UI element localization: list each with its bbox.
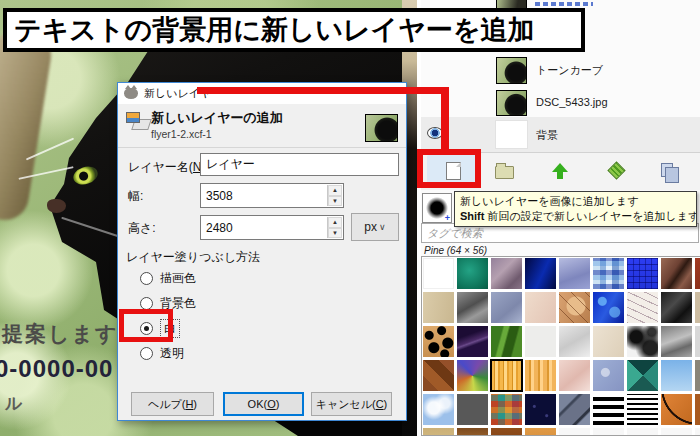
brush-preview[interactable]: + xyxy=(422,193,452,223)
layer-row-partial[interactable] xyxy=(421,0,700,8)
pattern-swatch[interactable] xyxy=(525,360,556,391)
layer-row-photo[interactable]: DSC_5433.jpg xyxy=(421,88,700,118)
unit-dropdown[interactable]: px ∨ xyxy=(351,213,399,241)
pattern-swatch xyxy=(559,428,590,436)
layer-row-background[interactable]: 背景 xyxy=(421,117,700,152)
spin-down-icon: ▼ xyxy=(328,228,342,239)
pattern-swatch xyxy=(661,428,692,436)
pattern-swatch[interactable] xyxy=(559,360,590,391)
pattern-grid xyxy=(421,256,700,436)
layers-toolbar xyxy=(421,152,700,190)
pattern-swatch[interactable] xyxy=(695,360,700,391)
visibility-eye-icon[interactable] xyxy=(427,127,443,139)
pattern-swatch[interactable] xyxy=(423,360,454,391)
pattern-swatch[interactable] xyxy=(423,428,454,436)
new-layer-group-icon[interactable] xyxy=(495,166,514,179)
pattern-swatch[interactable] xyxy=(695,326,700,357)
pattern-swatch[interactable] xyxy=(525,258,556,289)
pattern-swatch[interactable] xyxy=(661,326,692,357)
pattern-swatch[interactable] xyxy=(593,292,624,323)
fill-option-background[interactable]: 背景色 xyxy=(140,294,196,312)
radio-icon-selected[interactable] xyxy=(140,322,153,335)
dialog-titlebar[interactable]: 新しいレイヤー xyxy=(118,83,406,104)
pattern-swatch[interactable] xyxy=(491,258,522,289)
layer-thumbnail xyxy=(496,57,527,84)
width-spinner[interactable]: ▲▼ xyxy=(327,185,342,206)
pattern-swatch-selected[interactable] xyxy=(491,360,522,391)
new-layer-icon[interactable] xyxy=(446,162,461,180)
radio-icon[interactable] xyxy=(140,272,153,285)
pattern-swatch[interactable] xyxy=(525,394,556,425)
pattern-swatch[interactable] xyxy=(559,394,590,425)
dialog-header: 新しいレイヤーの追加 flyer1-2.xcf-1 xyxy=(118,104,406,148)
pattern-swatch[interactable] xyxy=(695,394,700,425)
layer-row-tonecurve[interactable]: トーンカーブ xyxy=(421,54,700,88)
pattern-swatch[interactable] xyxy=(627,258,658,289)
pattern-swatch[interactable] xyxy=(525,292,556,323)
pattern-swatch[interactable] xyxy=(457,258,488,289)
layer-thumbnail xyxy=(495,120,528,149)
radio-icon[interactable] xyxy=(140,347,153,360)
pattern-swatch[interactable] xyxy=(627,292,658,323)
pattern-swatch[interactable] xyxy=(593,326,624,357)
pattern-swatch[interactable] xyxy=(559,258,590,289)
height-input[interactable]: 2480 ▲▼ xyxy=(200,215,344,240)
pattern-swatch[interactable] xyxy=(559,292,590,323)
pattern-swatch[interactable] xyxy=(661,394,692,425)
fill-option-white[interactable]: 白 xyxy=(140,319,180,337)
pattern-swatch[interactable] xyxy=(661,360,692,391)
pattern-swatch[interactable] xyxy=(695,292,700,323)
layer-name-label: レイヤー名(N): xyxy=(128,159,209,176)
duplicate-layer-icon[interactable] xyxy=(661,163,673,177)
flyer-text-line3: ル xyxy=(5,392,22,415)
pattern-swatch[interactable] xyxy=(593,394,624,425)
pattern-swatch[interactable] xyxy=(627,360,658,391)
pattern-swatch[interactable] xyxy=(695,258,700,289)
pattern-swatch[interactable] xyxy=(627,394,658,425)
brush-plus-icon: + xyxy=(445,213,450,223)
raise-layer-icon[interactable] xyxy=(552,163,568,181)
pattern-swatch xyxy=(695,428,700,436)
pattern-swatch[interactable] xyxy=(423,394,454,425)
new-layer-tooltip: 新しいレイヤーを画像に追加します Shift 前回の設定で新しいレイヤーを追加し… xyxy=(454,191,697,227)
width-input[interactable]: 3508 ▲▼ xyxy=(200,183,344,208)
pattern-swatch[interactable] xyxy=(423,326,454,357)
layer-name-input[interactable]: レイヤー xyxy=(200,153,399,176)
anchor-layer-icon[interactable] xyxy=(607,161,625,179)
pattern-swatch[interactable] xyxy=(661,258,692,289)
pattern-swatch[interactable] xyxy=(457,326,488,357)
cancel-button[interactable]: キャンセル(C) xyxy=(311,392,392,416)
pattern-swatch xyxy=(627,428,658,436)
pattern-swatch[interactable] xyxy=(593,258,624,289)
tutorial-title: テキストの背景用に新しいレイヤーを追加 xyxy=(14,12,535,48)
pattern-swatch[interactable] xyxy=(627,326,658,357)
pattern-swatch xyxy=(593,428,624,436)
width-label: 幅: xyxy=(128,188,143,205)
pattern-swatch[interactable] xyxy=(457,394,488,425)
pattern-swatch[interactable] xyxy=(491,394,522,425)
radio-icon[interactable] xyxy=(140,297,153,310)
pattern-swatch[interactable] xyxy=(423,258,454,289)
pattern-swatch[interactable] xyxy=(491,326,522,357)
spin-down-icon: ▼ xyxy=(328,196,342,207)
flyer-text-phone: 0-0000-00 xyxy=(0,355,113,383)
pattern-swatch[interactable] xyxy=(491,428,522,436)
layer-thumbnail xyxy=(496,0,527,8)
pattern-swatch[interactable] xyxy=(457,292,488,323)
spin-up-icon: ▲ xyxy=(328,217,342,228)
ok-button[interactable]: OK(O) xyxy=(223,392,304,416)
pattern-swatch[interactable] xyxy=(457,360,488,391)
help-button[interactable]: ヘルプ(H) xyxy=(131,392,214,416)
layer-thumbnail xyxy=(496,90,527,116)
fill-option-transparent[interactable]: 透明 xyxy=(140,344,184,362)
pattern-swatch[interactable] xyxy=(491,292,522,323)
height-spinner[interactable]: ▲▼ xyxy=(327,217,342,238)
fill-option-foreground[interactable]: 描画色 xyxy=(140,269,196,287)
pattern-swatch[interactable] xyxy=(593,360,624,391)
pattern-swatch[interactable] xyxy=(423,292,454,323)
pattern-swatch[interactable] xyxy=(525,428,556,436)
pattern-swatch[interactable] xyxy=(525,326,556,357)
pattern-swatch[interactable] xyxy=(457,428,488,436)
pattern-swatch[interactable] xyxy=(559,326,590,357)
pattern-swatch[interactable] xyxy=(661,292,692,323)
